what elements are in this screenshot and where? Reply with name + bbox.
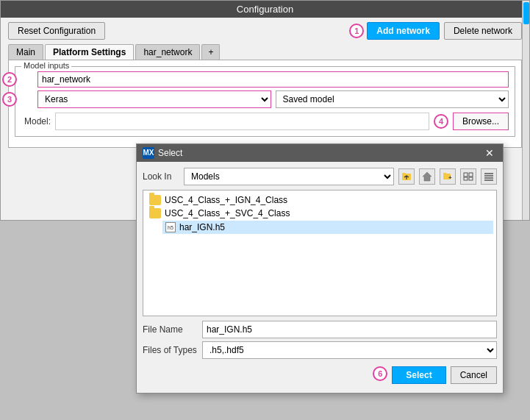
look-in-select[interactable]: Models xyxy=(184,168,394,185)
dialog-title-area: MX Select xyxy=(143,147,182,159)
file-name: USC_4_Class_+_SVC_4_Class xyxy=(165,208,290,218)
delete-network-button[interactable]: Delete network xyxy=(444,22,522,40)
svg-rect-4 xyxy=(443,173,446,174)
dialog-mx-icon: MX xyxy=(143,147,154,159)
reset-config-button[interactable]: Reset Configuration xyxy=(8,22,105,40)
svg-rect-6 xyxy=(464,173,468,177)
files-of-types-label: Files of Types xyxy=(143,345,198,355)
look-in-label: Look In xyxy=(143,171,179,182)
tab-main[interactable]: Main xyxy=(8,44,43,60)
nav-home-button[interactable] xyxy=(419,168,435,185)
window-title: Configuration xyxy=(237,4,293,15)
add-network-button[interactable]: Add network xyxy=(367,22,440,40)
tab-har-network[interactable]: har_network xyxy=(135,44,200,60)
file-dialog: MX Select ✕ Look In Models + xyxy=(136,143,504,394)
view-list-button[interactable] xyxy=(460,168,476,185)
dialog-title-bar: MX Select ✕ xyxy=(137,144,503,162)
file-name-label: File Name xyxy=(143,324,198,335)
file-name: har_IGN.h5 xyxy=(179,222,225,232)
browse-button[interactable]: Browse... xyxy=(453,113,509,130)
cancel-button[interactable]: Cancel xyxy=(451,366,497,384)
svg-rect-1 xyxy=(402,173,406,175)
file-types-row: Files of Types .h5,.hdf5 xyxy=(143,341,497,359)
dialog-title: Select xyxy=(158,148,182,158)
select-button[interactable]: Select xyxy=(392,366,445,384)
file-icon: h5 xyxy=(165,222,176,232)
content-area: Model inputs 2 3 Keras Saved model Model… xyxy=(8,60,522,148)
look-in-row: Look In Models + xyxy=(143,168,497,185)
dialog-close-button[interactable]: ✕ xyxy=(482,147,497,159)
svg-rect-8 xyxy=(464,177,468,180)
list-item[interactable]: USC_4_Class_+_IGN_4_Class xyxy=(146,193,493,207)
dialog-buttons: 6 Select Cancel xyxy=(143,366,497,384)
annotation-5: 5 xyxy=(143,220,143,235)
file-types-select[interactable]: .h5,.hdf5 xyxy=(202,341,497,359)
folder-icon xyxy=(149,195,161,205)
svg-rect-7 xyxy=(469,173,473,177)
tab-add[interactable]: + xyxy=(201,44,220,60)
new-folder-button[interactable]: + xyxy=(440,168,456,185)
tab-platform-settings[interactable]: Platform Settings xyxy=(45,44,134,60)
file-name-row: File Name xyxy=(143,321,497,338)
scrollbar-thumb xyxy=(523,2,529,24)
dialog-body: Look In Models + xyxy=(137,162,503,390)
dialog-footer: File Name Files of Types .h5,.hdf5 6 Sel… xyxy=(143,321,497,384)
annotation-2: 2 xyxy=(2,72,17,87)
toolbar-left: Reset Configuration xyxy=(8,22,105,40)
file-name-input[interactable] xyxy=(202,321,497,338)
svg-rect-9 xyxy=(469,177,473,180)
list-item[interactable]: USC_4_Class_+_SVC_4_Class xyxy=(146,207,493,220)
nav-up-button[interactable] xyxy=(398,168,415,185)
model-inputs-section: Model inputs 2 3 Keras Saved model Model… xyxy=(15,66,515,137)
model-label: Model: xyxy=(21,116,51,127)
annotation-4: 4 xyxy=(434,114,448,129)
toolbar: Reset Configuration 1 Add network Delete… xyxy=(1,18,529,44)
annotation-3: 3 xyxy=(2,92,17,107)
framework-select[interactable]: Keras xyxy=(37,90,271,108)
svg-marker-2 xyxy=(423,172,431,181)
model-path-input[interactable] xyxy=(55,113,429,130)
section-label: Model inputs xyxy=(21,61,71,70)
list-item-selected[interactable]: h5 har_IGN.h5 xyxy=(162,221,493,234)
title-bar: Configuration xyxy=(1,1,529,18)
view-detail-button[interactable] xyxy=(481,168,497,185)
network-name-input[interactable] xyxy=(37,71,509,88)
folder-icon xyxy=(149,208,161,218)
annotation-6: 6 xyxy=(373,366,387,381)
tabs-bar: Main Platform Settings har_network + xyxy=(1,44,529,60)
model-type-select[interactable]: Saved model xyxy=(276,90,509,108)
toolbar-right: Add network Delete network xyxy=(367,22,522,40)
file-list: USC_4_Class_+_IGN_4_Class USC_4_Class_+_… xyxy=(143,190,497,316)
file-name: USC_4_Class_+_IGN_4_Class xyxy=(165,195,287,205)
svg-text:+: + xyxy=(448,174,452,181)
scrollbar[interactable] xyxy=(522,1,529,220)
annotation-1: 1 xyxy=(349,24,364,38)
